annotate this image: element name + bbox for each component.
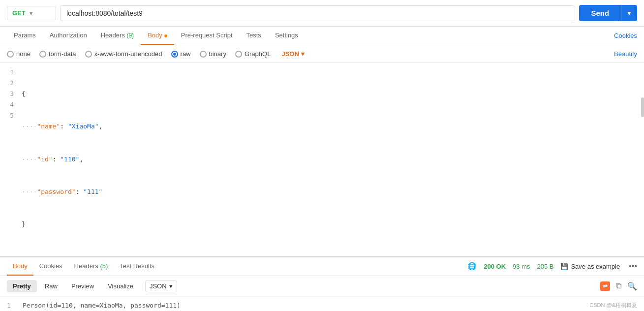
body-dot-indicator [164, 34, 167, 37]
response-format-selector[interactable]: JSON ▾ [145, 280, 177, 292]
more-options-icon[interactable]: ••• [629, 262, 637, 271]
body-type-urlencoded[interactable]: x-www-form-urlencoded [85, 50, 162, 58]
body-type-binary[interactable]: binary [200, 50, 226, 58]
json-chevron-icon: ▾ [301, 50, 305, 58]
search-icon[interactable]: 🔍 [627, 281, 637, 291]
radio-urlencoded [85, 51, 92, 58]
body-type-form-data[interactable]: form-data [39, 50, 76, 58]
resp-tab-cookies[interactable]: Cookies [33, 257, 68, 276]
send-button-group: Send ▼ [579, 5, 637, 21]
response-section: Body Cookies Headers (5) Test Results 🌐 … [0, 256, 644, 311]
method-selector[interactable]: GET ▼ [7, 6, 56, 20]
body-type-none[interactable]: none [7, 50, 31, 58]
save-example-button[interactable]: 💾 Save as example [560, 263, 620, 270]
globe-icon: 🌐 [467, 262, 477, 271]
tab-params[interactable]: Params [7, 27, 43, 45]
tab-pre-request[interactable]: Pre-request Script [174, 27, 240, 45]
cookies-link[interactable]: Cookies [614, 27, 637, 44]
wrap-text-icon[interactable]: ⇌ [600, 281, 610, 291]
fmt-tab-preview[interactable]: Preview [65, 280, 100, 292]
radio-binary [200, 51, 207, 58]
tab-settings[interactable]: Settings [268, 27, 305, 45]
tab-tests[interactable]: Tests [240, 27, 268, 45]
editor-scrollbar[interactable] [641, 97, 644, 117]
resp-line-content: Person(id=110, name=XiaoMa, password=111… [23, 302, 181, 309]
radio-form-data [39, 51, 46, 58]
tab-authorization[interactable]: Authorization [43, 27, 94, 45]
code-editor[interactable]: 1 2 3 4 5 { ····"name": "XiaoMa", ····"i… [0, 63, 644, 256]
line-numbers: 1 2 3 4 5 [0, 63, 18, 256]
method-label: GET [12, 9, 26, 17]
copy-icon[interactable]: ⧉ [616, 281, 621, 291]
resp-line-num: 1 [7, 302, 17, 309]
fmt-tab-visualize[interactable]: Visualize [102, 280, 139, 292]
radio-raw [171, 51, 178, 58]
resp-json-chevron-icon: ▾ [169, 282, 173, 290]
radio-graphql [235, 51, 242, 58]
beautify-button[interactable]: Beautify [614, 50, 637, 58]
save-icon: 💾 [560, 263, 568, 270]
tab-headers[interactable]: Headers (9) [94, 27, 141, 45]
request-tabs: Params Authorization Headers (9) Body Pr… [0, 27, 644, 45]
response-output: 1 Person(id=110, name=XiaoMa, password=1… [0, 297, 644, 311]
response-format-icons: ⇌ ⧉ 🔍 [600, 281, 637, 291]
radio-none [7, 51, 14, 58]
resp-tab-test-results[interactable]: Test Results [114, 257, 160, 276]
method-chevron-icon: ▼ [29, 10, 34, 16]
response-tabs-bar: Body Cookies Headers (5) Test Results 🌐 … [0, 257, 644, 276]
body-type-graphql[interactable]: GraphQL [235, 50, 271, 58]
code-content[interactable]: { ····"name": "XiaoMa", ····"id": "110",… [18, 63, 644, 256]
response-time: 93 ms [513, 263, 530, 270]
resp-tab-headers[interactable]: Headers (5) [68, 257, 114, 276]
fmt-tab-pretty[interactable]: Pretty [7, 280, 37, 292]
send-dropdown-button[interactable]: ▼ [621, 5, 637, 21]
url-input[interactable] [60, 5, 575, 21]
response-size: 205 B [537, 263, 553, 270]
resp-tab-body[interactable]: Body [7, 257, 33, 276]
send-button[interactable]: Send [579, 5, 621, 21]
fmt-tab-raw[interactable]: Raw [39, 280, 63, 292]
tab-body[interactable]: Body [141, 27, 174, 45]
response-status-area: 🌐 200 OK 93 ms 205 B 💾 Save as example •… [467, 262, 637, 271]
footer-credit: CSDN @&梧桐树夏 [583, 300, 644, 311]
body-type-raw[interactable]: raw [171, 50, 191, 58]
url-bar: GET ▼ Send ▼ [0, 0, 644, 27]
json-format-selector[interactable]: JSON ▾ [281, 50, 304, 58]
response-format-bar: Pretty Raw Preview Visualize JSON ▾ ⇌ ⧉ … [0, 276, 644, 297]
status-code: 200 OK [484, 263, 506, 270]
body-type-selectors: none form-data x-www-form-urlencoded raw… [0, 45, 644, 63]
